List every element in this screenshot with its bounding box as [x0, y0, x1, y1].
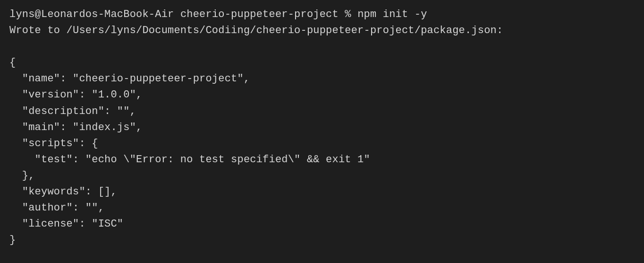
json-scripts-open: "scripts": {	[9, 138, 98, 149]
json-scripts-close: },	[9, 170, 35, 182]
json-close-brace: }	[9, 234, 16, 246]
json-scripts-test: "test": "echo \"Error: no test specified…	[9, 154, 370, 166]
json-field-author: "author": "",	[9, 202, 104, 214]
json-field-main: "main": "index.js",	[9, 122, 142, 133]
json-field-version: "version": "1.0.0",	[9, 89, 142, 101]
prompt-symbol: %	[345, 9, 351, 20]
prompt-directory: cheerio-puppeteer-project	[180, 9, 339, 20]
command-text: npm init -y	[357, 9, 427, 20]
prompt-line: lyns@Leonardos-MacBook-Air cheerio-puppe…	[9, 9, 427, 20]
json-field-keywords: "keywords": [],	[9, 186, 117, 198]
terminal-output[interactable]: lyns@Leonardos-MacBook-Air cheerio-puppe…	[9, 7, 635, 248]
json-field-description: "description": "",	[9, 105, 136, 117]
json-field-name: "name": "cheerio-puppeteer-project",	[9, 73, 250, 85]
json-field-license: "license": "ISC"	[9, 218, 123, 230]
prompt-user-host: lyns@Leonardos-MacBook-Air	[9, 9, 174, 20]
output-wrote-to: Wrote to /Users/lyns/Documents/Codiing/c…	[9, 25, 503, 36]
json-open-brace: {	[9, 57, 16, 69]
